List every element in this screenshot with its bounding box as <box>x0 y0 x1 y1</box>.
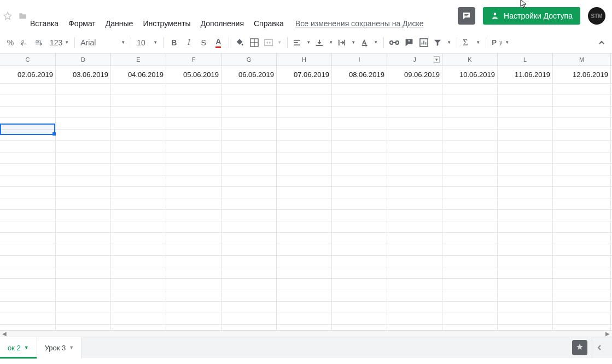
cell[interactable] <box>277 325 332 330</box>
cell[interactable] <box>166 175 222 186</box>
cell[interactable] <box>387 313 442 324</box>
cell[interactable] <box>387 233 442 244</box>
insert-comment-button[interactable] <box>402 36 416 50</box>
cell[interactable] <box>56 164 111 175</box>
cell[interactable] <box>498 118 553 129</box>
cell[interactable] <box>442 267 498 278</box>
cell[interactable] <box>111 107 166 118</box>
cell[interactable] <box>56 267 111 278</box>
cell[interactable] <box>56 210 111 221</box>
cell[interactable] <box>498 244 553 255</box>
text-rotation-button[interactable]: ▼ <box>358 36 380 50</box>
cell[interactable] <box>332 244 387 255</box>
grid-row[interactable] <box>0 130 612 141</box>
cell[interactable] <box>222 107 277 118</box>
cell[interactable]: 03.06.2019 <box>56 66 111 83</box>
cell[interactable] <box>222 164 277 175</box>
cell[interactable] <box>553 130 611 140</box>
borders-button[interactable] <box>247 36 261 50</box>
column-header[interactable]: E <box>111 54 166 66</box>
cell[interactable] <box>332 256 387 267</box>
cell[interactable] <box>111 267 166 278</box>
cell[interactable] <box>111 95 166 106</box>
cell[interactable] <box>387 118 442 129</box>
cell[interactable] <box>332 95 387 106</box>
cell[interactable] <box>442 233 498 244</box>
merge-cells-button[interactable]: ▼ <box>262 36 284 50</box>
cell[interactable]: 08.06.2019 <box>332 66 387 83</box>
cell[interactable] <box>277 187 332 198</box>
cell[interactable] <box>0 290 56 301</box>
cell[interactable] <box>111 233 166 244</box>
menu-help[interactable]: Справка <box>249 16 289 31</box>
cell[interactable] <box>387 187 442 198</box>
cell[interactable] <box>553 175 611 186</box>
menu-format[interactable]: Формат <box>63 16 101 31</box>
cell[interactable] <box>111 325 166 330</box>
cell[interactable] <box>332 118 387 129</box>
cell[interactable] <box>387 84 442 95</box>
cell[interactable] <box>442 164 498 175</box>
cell[interactable] <box>332 141 387 152</box>
cell[interactable] <box>0 130 56 140</box>
grid-row[interactable] <box>0 290 612 302</box>
cell[interactable] <box>277 244 332 255</box>
language-input-button[interactable]: Ру▼ <box>489 36 511 50</box>
sheet-tab[interactable]: Урок 3 ▼ <box>37 337 83 359</box>
cell[interactable] <box>222 210 277 221</box>
cell[interactable]: 10.06.2019 <box>442 66 498 83</box>
cell[interactable] <box>332 152 387 163</box>
cell[interactable] <box>553 118 611 129</box>
cell[interactable] <box>387 290 442 301</box>
cell[interactable] <box>222 130 277 140</box>
cell[interactable]: 04.06.2019 <box>111 66 166 83</box>
cell[interactable] <box>166 233 222 244</box>
cell[interactable] <box>277 210 332 221</box>
cell[interactable] <box>498 187 553 198</box>
cell[interactable] <box>332 187 387 198</box>
cell[interactable] <box>498 233 553 244</box>
cell[interactable] <box>387 141 442 152</box>
cell[interactable] <box>553 187 611 198</box>
cell[interactable] <box>0 233 56 244</box>
cell[interactable] <box>56 141 111 152</box>
cell[interactable] <box>498 267 553 278</box>
filter-button[interactable]: ▼ <box>432 36 453 50</box>
cell[interactable] <box>498 290 553 301</box>
cell[interactable] <box>387 221 442 232</box>
strikethrough-button[interactable]: S <box>196 36 211 50</box>
grid-row[interactable] <box>0 267 612 279</box>
cell[interactable] <box>56 221 111 232</box>
cell[interactable] <box>111 302 166 313</box>
grid-row[interactable] <box>0 95 612 107</box>
cell[interactable] <box>56 95 111 106</box>
cell[interactable]: 06.06.2019 <box>222 66 277 83</box>
cell[interactable] <box>277 141 332 152</box>
comments-button[interactable] <box>458 7 475 25</box>
cell[interactable] <box>277 84 332 95</box>
grid-row[interactable] <box>0 302 612 313</box>
cell[interactable] <box>56 84 111 95</box>
grid-row[interactable] <box>0 152 612 164</box>
cell[interactable] <box>332 233 387 244</box>
text-wrap-button[interactable]: ▼ <box>336 36 358 50</box>
cell[interactable] <box>56 198 111 209</box>
cell[interactable] <box>387 302 442 313</box>
cell[interactable]: 05.06.2019 <box>166 66 222 83</box>
cell[interactable]: 02.06.2019 <box>0 66 56 83</box>
explore-button[interactable] <box>572 340 587 355</box>
grid-row[interactable] <box>0 313 612 325</box>
cell[interactable] <box>498 325 553 330</box>
cell[interactable] <box>442 325 498 330</box>
cell[interactable] <box>387 107 442 118</box>
insert-chart-button[interactable] <box>417 36 431 50</box>
cell[interactable] <box>387 279 442 290</box>
cell[interactable]: 07.06.2019 <box>277 66 332 83</box>
cell[interactable] <box>498 221 553 232</box>
grid-row[interactable]: 02.06.201903.06.201904.06.201905.06.2019… <box>0 66 612 84</box>
cell[interactable] <box>277 233 332 244</box>
italic-button[interactable]: I <box>182 36 196 50</box>
font-size-select[interactable]: 10▼ <box>135 36 160 50</box>
cell[interactable] <box>222 302 277 313</box>
cell[interactable] <box>442 198 498 209</box>
